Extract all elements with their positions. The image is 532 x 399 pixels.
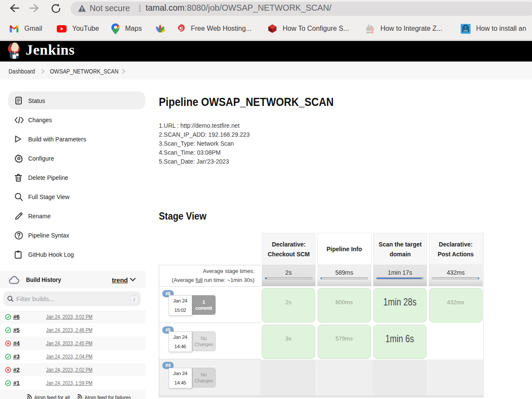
svg-text:46: 46 xyxy=(370,31,374,34)
svg-text:we: we xyxy=(366,31,370,34)
